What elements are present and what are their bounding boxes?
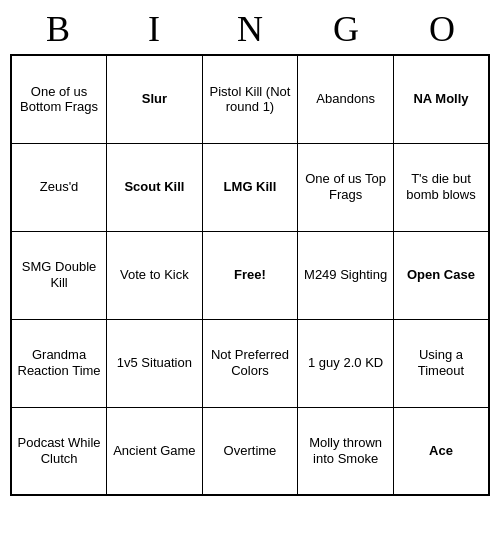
header-n: N xyxy=(202,8,298,50)
cell-r1-c2[interactable]: LMG Kill xyxy=(202,143,298,231)
bingo-header: B I N G O xyxy=(10,8,490,50)
cell-r2-c2[interactable]: Free! xyxy=(202,231,298,319)
cell-r2-c3[interactable]: M249 Sighting xyxy=(298,231,394,319)
header-g: G xyxy=(298,8,394,50)
bingo-grid: One of us Bottom FragsSlurPistol Kill (N… xyxy=(10,54,490,496)
header-b: B xyxy=(10,8,106,50)
cell-r3-c2[interactable]: Not Preferred Colors xyxy=(202,319,298,407)
cell-r0-c2[interactable]: Pistol Kill (Not round 1) xyxy=(202,55,298,143)
cell-r2-c1[interactable]: Vote to Kick xyxy=(107,231,203,319)
header-i: I xyxy=(106,8,202,50)
cell-r0-c1[interactable]: Slur xyxy=(107,55,203,143)
cell-r4-c1[interactable]: Ancient Game xyxy=(107,407,203,495)
cell-r1-c4[interactable]: T's die but bomb blows xyxy=(393,143,489,231)
cell-r1-c3[interactable]: One of us Top Frags xyxy=(298,143,394,231)
cell-r0-c3[interactable]: Abandons xyxy=(298,55,394,143)
cell-r3-c1[interactable]: 1v5 Situation xyxy=(107,319,203,407)
cell-r3-c0[interactable]: Grandma Reaction Time xyxy=(11,319,107,407)
cell-r4-c4[interactable]: Ace xyxy=(393,407,489,495)
cell-r2-c0[interactable]: SMG Double Kill xyxy=(11,231,107,319)
cell-r1-c0[interactable]: Zeus'd xyxy=(11,143,107,231)
cell-r0-c0[interactable]: One of us Bottom Frags xyxy=(11,55,107,143)
cell-r4-c2[interactable]: Overtime xyxy=(202,407,298,495)
cell-r2-c4[interactable]: Open Case xyxy=(393,231,489,319)
cell-r4-c3[interactable]: Molly thrown into Smoke xyxy=(298,407,394,495)
header-o: O xyxy=(394,8,490,50)
cell-r3-c3[interactable]: 1 guy 2.0 KD xyxy=(298,319,394,407)
cell-r1-c1[interactable]: Scout Kill xyxy=(107,143,203,231)
cell-r4-c0[interactable]: Podcast While Clutch xyxy=(11,407,107,495)
cell-r0-c4[interactable]: NA Molly xyxy=(393,55,489,143)
cell-r3-c4[interactable]: Using a Timeout xyxy=(393,319,489,407)
